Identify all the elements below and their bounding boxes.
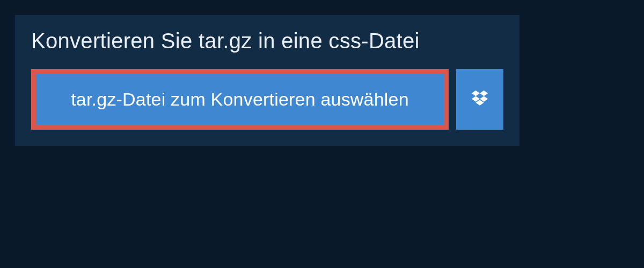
converter-panel: Konvertieren Sie tar.gz in eine css-Date…: [15, 15, 519, 146]
dropbox-icon: [470, 88, 490, 111]
select-file-highlight: tar.gz-Datei zum Konvertieren auswählen: [31, 69, 449, 130]
button-row: tar.gz-Datei zum Konvertieren auswählen: [15, 69, 519, 146]
dropbox-button[interactable]: [456, 69, 503, 130]
select-file-button[interactable]: tar.gz-Datei zum Konvertieren auswählen: [36, 74, 444, 125]
page-title: Konvertieren Sie tar.gz in eine css-Date…: [15, 15, 519, 69]
